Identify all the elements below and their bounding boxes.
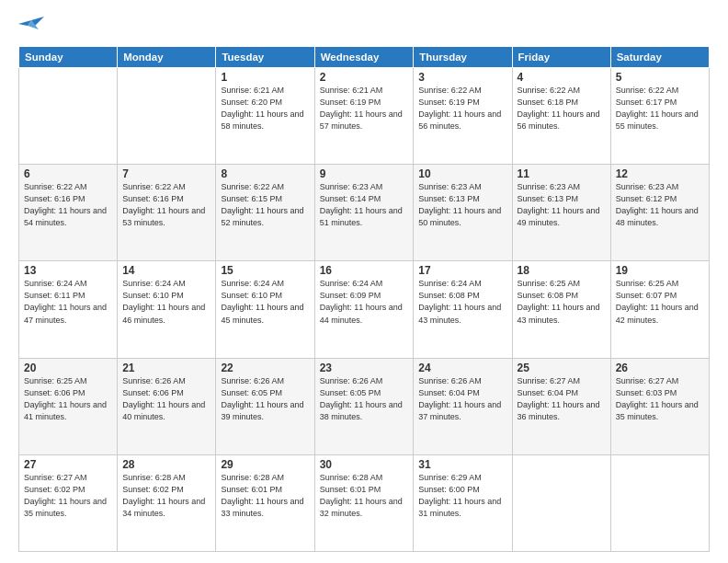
day-number: 11 [518, 167, 606, 180]
day-info: Sunrise: 6:24 AM Sunset: 6:10 PM Dayligh… [221, 278, 309, 326]
day-info: Sunrise: 6:21 AM Sunset: 6:19 PM Dayligh… [320, 85, 409, 132]
table-row: 17Sunrise: 6:24 AM Sunset: 6:08 PM Dayli… [414, 261, 512, 358]
calendar-week-row: 27Sunrise: 6:27 AM Sunset: 6:02 PM Dayli… [19, 454, 710, 551]
day-info: Sunrise: 6:27 AM Sunset: 6:04 PM Dayligh… [518, 375, 606, 423]
day-number: 22 [221, 362, 309, 374]
day-info: Sunrise: 6:23 AM Sunset: 6:13 PM Dayligh… [418, 181, 506, 229]
day-info: Sunrise: 6:25 AM Sunset: 6:06 PM Dayligh… [24, 375, 112, 423]
table-row [512, 454, 610, 551]
day-info: Sunrise: 6:24 AM Sunset: 6:09 PM Dayligh… [320, 278, 409, 326]
day-info: Sunrise: 6:23 AM Sunset: 6:12 PM Dayligh… [616, 181, 704, 229]
col-saturday: Saturday [610, 47, 709, 68]
logo-icon [18, 17, 44, 37]
day-number: 16 [320, 264, 409, 277]
table-row: 26Sunrise: 6:27 AM Sunset: 6:03 PM Dayli… [610, 358, 709, 454]
day-number: 26 [616, 362, 704, 374]
day-info: Sunrise: 6:22 AM Sunset: 6:18 PM Dayligh… [518, 85, 606, 132]
table-row: 6Sunrise: 6:22 AM Sunset: 6:16 PM Daylig… [19, 165, 118, 261]
day-info: Sunrise: 6:28 AM Sunset: 6:01 PM Dayligh… [221, 472, 309, 520]
day-number: 31 [418, 458, 506, 471]
day-info: Sunrise: 6:22 AM Sunset: 6:17 PM Dayligh… [616, 85, 704, 132]
col-tuesday: Tuesday [216, 47, 314, 68]
day-info: Sunrise: 6:23 AM Sunset: 6:13 PM Dayligh… [518, 181, 606, 229]
day-number: 17 [418, 264, 506, 277]
day-info: Sunrise: 6:25 AM Sunset: 6:08 PM Dayligh… [518, 278, 606, 326]
day-number: 2 [320, 71, 409, 84]
table-row: 5Sunrise: 6:22 AM Sunset: 6:17 PM Daylig… [610, 68, 709, 165]
header [18, 17, 710, 37]
day-number: 24 [418, 362, 506, 374]
day-info: Sunrise: 6:21 AM Sunset: 6:20 PM Dayligh… [221, 85, 309, 132]
day-info: Sunrise: 6:22 AM Sunset: 6:19 PM Dayligh… [418, 85, 506, 132]
day-number: 20 [24, 362, 112, 374]
table-row: 13Sunrise: 6:24 AM Sunset: 6:11 PM Dayli… [19, 261, 118, 358]
day-info: Sunrise: 6:22 AM Sunset: 6:16 PM Dayligh… [122, 181, 210, 229]
table-row: 20Sunrise: 6:25 AM Sunset: 6:06 PM Dayli… [19, 358, 118, 454]
day-number: 6 [24, 167, 112, 180]
table-row: 7Sunrise: 6:22 AM Sunset: 6:16 PM Daylig… [118, 165, 216, 261]
table-row: 28Sunrise: 6:28 AM Sunset: 6:02 PM Dayli… [118, 454, 216, 551]
day-number: 3 [418, 71, 506, 84]
day-info: Sunrise: 6:27 AM Sunset: 6:03 PM Dayligh… [616, 375, 704, 423]
table-row: 27Sunrise: 6:27 AM Sunset: 6:02 PM Dayli… [19, 454, 118, 551]
day-info: Sunrise: 6:24 AM Sunset: 6:11 PM Dayligh… [24, 278, 112, 326]
day-info: Sunrise: 6:26 AM Sunset: 6:05 PM Dayligh… [221, 375, 309, 423]
calendar-table: Sunday Monday Tuesday Wednesday Thursday… [18, 46, 710, 552]
day-number: 25 [518, 362, 606, 374]
table-row [118, 68, 216, 165]
day-info: Sunrise: 6:26 AM Sunset: 6:04 PM Dayligh… [418, 375, 506, 423]
table-row: 30Sunrise: 6:28 AM Sunset: 6:01 PM Dayli… [314, 454, 414, 551]
table-row: 12Sunrise: 6:23 AM Sunset: 6:12 PM Dayli… [610, 165, 709, 261]
table-row: 15Sunrise: 6:24 AM Sunset: 6:10 PM Dayli… [216, 261, 314, 358]
day-info: Sunrise: 6:28 AM Sunset: 6:02 PM Dayligh… [122, 472, 210, 520]
day-number: 12 [616, 167, 704, 180]
table-row: 19Sunrise: 6:25 AM Sunset: 6:07 PM Dayli… [610, 261, 709, 358]
day-number: 18 [518, 264, 606, 277]
table-row: 21Sunrise: 6:26 AM Sunset: 6:06 PM Dayli… [118, 358, 216, 454]
day-number: 8 [221, 167, 309, 180]
col-friday: Friday [512, 47, 610, 68]
calendar-header-row: Sunday Monday Tuesday Wednesday Thursday… [19, 47, 710, 68]
day-info: Sunrise: 6:22 AM Sunset: 6:15 PM Dayligh… [221, 181, 309, 229]
table-row: 31Sunrise: 6:29 AM Sunset: 6:00 PM Dayli… [414, 454, 512, 551]
table-row: 4Sunrise: 6:22 AM Sunset: 6:18 PM Daylig… [512, 68, 610, 165]
day-number: 7 [122, 167, 210, 180]
page: Sunday Monday Tuesday Wednesday Thursday… [0, 0, 728, 563]
col-thursday: Thursday [414, 47, 512, 68]
day-number: 13 [24, 264, 112, 277]
table-row: 24Sunrise: 6:26 AM Sunset: 6:04 PM Dayli… [414, 358, 512, 454]
table-row: 8Sunrise: 6:22 AM Sunset: 6:15 PM Daylig… [216, 165, 314, 261]
table-row: 10Sunrise: 6:23 AM Sunset: 6:13 PM Dayli… [414, 165, 512, 261]
day-number: 19 [616, 264, 704, 277]
day-number: 30 [320, 458, 409, 471]
table-row: 25Sunrise: 6:27 AM Sunset: 6:04 PM Dayli… [512, 358, 610, 454]
table-row: 9Sunrise: 6:23 AM Sunset: 6:14 PM Daylig… [314, 165, 414, 261]
day-info: Sunrise: 6:23 AM Sunset: 6:14 PM Dayligh… [320, 181, 409, 229]
day-number: 15 [221, 264, 309, 277]
logo [18, 17, 48, 37]
table-row: 16Sunrise: 6:24 AM Sunset: 6:09 PM Dayli… [314, 261, 414, 358]
table-row: 14Sunrise: 6:24 AM Sunset: 6:10 PM Dayli… [118, 261, 216, 358]
day-number: 9 [320, 167, 409, 180]
day-number: 1 [221, 71, 309, 84]
day-number: 10 [418, 167, 506, 180]
day-number: 4 [518, 71, 606, 84]
day-number: 27 [24, 458, 112, 471]
table-row: 23Sunrise: 6:26 AM Sunset: 6:05 PM Dayli… [314, 358, 414, 454]
table-row [610, 454, 709, 551]
col-sunday: Sunday [19, 47, 118, 68]
calendar-week-row: 6Sunrise: 6:22 AM Sunset: 6:16 PM Daylig… [19, 165, 710, 261]
day-info: Sunrise: 6:28 AM Sunset: 6:01 PM Dayligh… [320, 472, 409, 520]
table-row: 3Sunrise: 6:22 AM Sunset: 6:19 PM Daylig… [414, 68, 512, 165]
col-wednesday: Wednesday [314, 47, 414, 68]
table-row: 22Sunrise: 6:26 AM Sunset: 6:05 PM Dayli… [216, 358, 314, 454]
calendar-week-row: 1Sunrise: 6:21 AM Sunset: 6:20 PM Daylig… [19, 68, 710, 165]
table-row: 29Sunrise: 6:28 AM Sunset: 6:01 PM Dayli… [216, 454, 314, 551]
calendar-week-row: 20Sunrise: 6:25 AM Sunset: 6:06 PM Dayli… [19, 358, 710, 454]
day-number: 21 [122, 362, 210, 374]
day-info: Sunrise: 6:27 AM Sunset: 6:02 PM Dayligh… [24, 472, 112, 520]
day-info: Sunrise: 6:29 AM Sunset: 6:00 PM Dayligh… [418, 472, 506, 520]
day-number: 28 [122, 458, 210, 471]
table-row [19, 68, 118, 165]
table-row: 18Sunrise: 6:25 AM Sunset: 6:08 PM Dayli… [512, 261, 610, 358]
